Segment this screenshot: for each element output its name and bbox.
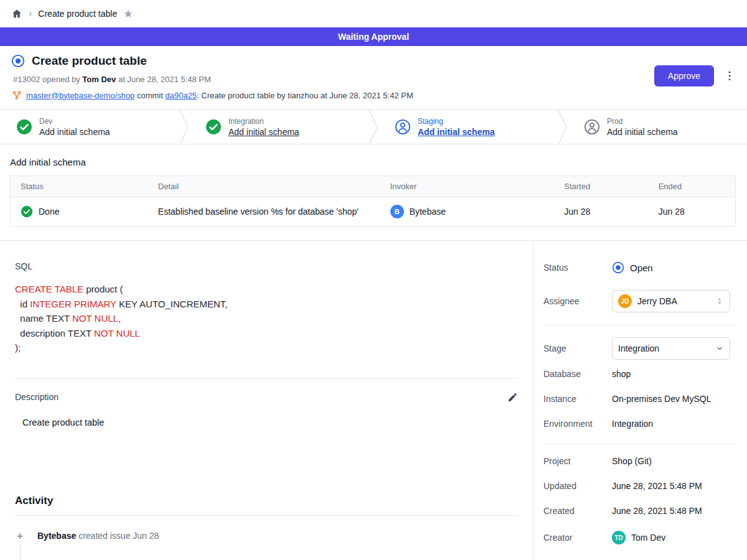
column-ended: Ended <box>649 176 736 197</box>
assignee-row: Assignee JD Jerry DBA <box>543 290 735 312</box>
open-status-icon <box>612 261 624 274</box>
task-started: Jun 28 <box>554 197 648 226</box>
environment-row: Environment Integration <box>543 419 735 429</box>
instance-label: Instance <box>543 394 612 404</box>
stage-task-link[interactable]: Add initial schema <box>228 127 299 137</box>
issue-header: Create product table #13002 opened by To… <box>0 46 747 110</box>
main-content: SQL CREATE TABLE product ( id INTEGER PR… <box>0 241 747 560</box>
stage-label: Stage <box>543 343 612 353</box>
assignee-name: Jerry DBA <box>637 296 709 306</box>
stage-env-label: Dev <box>39 117 110 126</box>
instance-row: Instance On-premises Dev MySQL <box>543 394 735 404</box>
activity-action: created issue Jun 28 <box>78 531 159 541</box>
task-detail: Established baseline version %s for data… <box>148 197 380 226</box>
description-label: Description <box>15 392 59 402</box>
stage-prod[interactable]: Prod Add initial schema <box>568 110 747 144</box>
stage-integration[interactable]: Integration Add initial schema <box>189 110 369 144</box>
activity-heading: Activity <box>15 495 518 507</box>
edit-icon[interactable] <box>507 392 518 403</box>
check-circle-icon <box>205 119 222 135</box>
approval-banner: Waiting Approval <box>0 27 747 46</box>
stage-select[interactable]: Integration <box>612 337 730 360</box>
activity-entry: + Bytebase created issue Jun 28 <box>15 530 518 542</box>
activity-actor: Bytebase <box>37 531 76 541</box>
timeline-line <box>20 544 21 560</box>
stage-task-link[interactable]: Add initial schema <box>39 127 110 137</box>
database-row: Database shop <box>543 369 735 379</box>
creator-label: Creator <box>543 533 612 543</box>
project-row: Project Shop (Git) <box>543 456 735 466</box>
chevron-down-icon <box>715 343 725 353</box>
created-label: Created <box>543 506 612 516</box>
task-table-header: Status Detail Invoker Started Ended <box>11 176 736 197</box>
task-table: Status Detail Invoker Started Ended Done… <box>10 175 736 226</box>
assignee-select[interactable]: JD Jerry DBA <box>612 290 730 312</box>
column-detail: Detail <box>148 176 380 197</box>
approve-button[interactable]: Approve <box>654 65 714 86</box>
breadcrumb: › Create product table ★ <box>0 0 747 27</box>
stage-separator <box>558 110 568 144</box>
assignee-avatar: JD <box>618 294 632 308</box>
description-text: Create product table <box>15 418 518 427</box>
plus-icon[interactable]: + <box>16 530 23 543</box>
stage-staging[interactable]: Staging Add initial schema <box>378 110 558 144</box>
commit-text: master@bytebase-demo/shop commit da90a25… <box>26 91 413 100</box>
sql-line: name TEXT NOT NULL, <box>15 311 518 326</box>
sql-line: description TEXT NOT NULL <box>15 326 518 341</box>
task-row[interactable]: Done Established baseline version %s for… <box>11 197 736 226</box>
column-invoker: Invoker <box>380 176 555 197</box>
commit-message: : Create product table by tianzhou at Ju… <box>197 91 413 100</box>
stage-env-label: Staging <box>418 117 495 126</box>
project-label: Project <box>543 456 612 466</box>
stage-task-link[interactable]: Add initial schema <box>607 127 678 137</box>
issue-body: SQL CREATE TABLE product ( id INTEGER PR… <box>0 241 533 560</box>
header-actions: Approve <box>654 65 736 86</box>
stage-env-label: Integration <box>228 117 299 126</box>
sql-line: ); <box>15 340 518 355</box>
created-row: Created June 28, 2021 5:48 PM <box>543 506 735 516</box>
updated-row: Updated June 28, 2021 5:48 PM <box>543 481 735 491</box>
stage-dev[interactable]: Dev Add initial schema <box>0 110 179 144</box>
more-menu-icon[interactable] <box>723 70 736 82</box>
sql-line: CREATE TABLE product ( <box>15 282 518 297</box>
star-icon[interactable]: ★ <box>123 9 133 19</box>
selector-icon <box>715 296 725 306</box>
creator-value: TD Tom Dev <box>612 531 665 544</box>
description-header: Description <box>15 392 518 403</box>
creator-name: Tom Dev <box>631 533 665 543</box>
issue-author: Tom Dev <box>82 75 116 84</box>
assignee-label: Assignee <box>543 296 612 306</box>
home-icon[interactable] <box>11 8 22 19</box>
database-label: Database <box>543 369 612 379</box>
sql-code[interactable]: CREATE TABLE product ( id INTEGER PRIMAR… <box>15 282 518 355</box>
git-branch-icon <box>12 90 22 100</box>
repo-link[interactable]: master@bytebase-demo/shop <box>26 91 134 100</box>
database-value[interactable]: shop <box>612 369 631 379</box>
sql-line: id INTEGER PRIMARY KEY AUTO_INCREMENT, <box>15 297 518 312</box>
task-invoker: Bytebase <box>410 207 446 217</box>
activity-text: Bytebase created issue Jun 28 <box>37 531 159 541</box>
updated-value: June 28, 2021 5:48 PM <box>612 481 702 491</box>
issue-title: Create product table <box>32 54 147 68</box>
commit-hash-link[interactable]: da90a25 <box>165 91 197 100</box>
stage-row: Stage Integration <box>543 337 735 360</box>
project-value[interactable]: Shop (Git) <box>612 456 652 466</box>
creator-row: Creator TD Tom Dev <box>543 531 735 544</box>
creator-avatar: TD <box>612 531 626 544</box>
issue-meta: #13002 opened by Tom Dev at June 28, 202… <box>13 75 413 84</box>
environment-value: Integration <box>612 419 653 429</box>
stage-task-link[interactable]: Add initial schema <box>418 127 495 137</box>
timeline-node: + <box>15 530 25 542</box>
issue-sidebar: Status Open Assignee JD Jerry DBA Stage <box>533 241 747 560</box>
divider <box>543 325 735 325</box>
column-status: Status <box>11 176 148 197</box>
commit-info: master@bytebase-demo/shop commit da90a25… <box>12 90 413 100</box>
issue-open-icon <box>11 54 25 68</box>
commit-word: commit <box>137 91 163 100</box>
stage-env-label: Prod <box>607 117 678 126</box>
invoker-avatar: B <box>390 205 404 218</box>
breadcrumb-current: Create product table <box>38 9 117 19</box>
chevron-right-icon: › <box>29 9 32 19</box>
person-circle-icon <box>395 119 411 135</box>
task-ended: Jun 28 <box>649 197 736 226</box>
